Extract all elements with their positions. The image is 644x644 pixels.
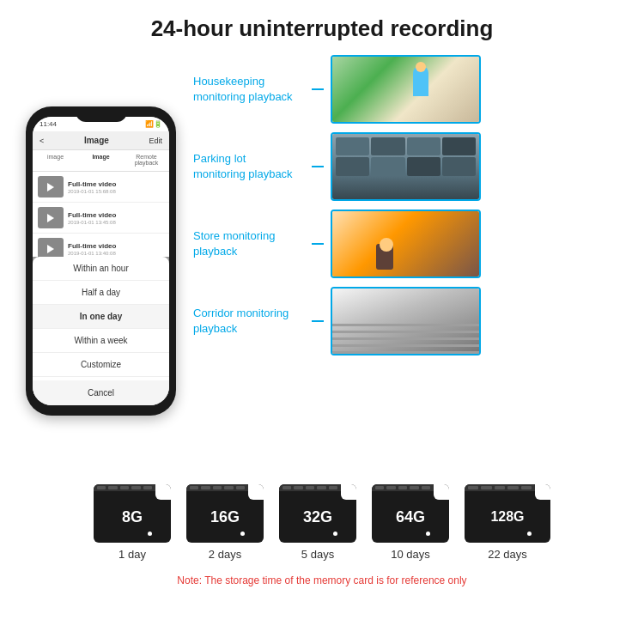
car-4 (442, 137, 476, 155)
sdcard-section: 8G 1 day 16G 2 days (0, 471, 644, 565)
sdcard-label-128g: 128G (490, 509, 524, 525)
monitoring-label-housekeeping: Housekeepingmonitoring playback (193, 74, 305, 105)
sdcard-label-16g: 16G (210, 508, 240, 526)
video-date-3: 2019-01-01 13:40:08 (68, 251, 164, 256)
sdcard-label-32g: 32G (303, 508, 332, 526)
monitoring-item-corridor: Corridor monitoringplayback (193, 287, 627, 355)
car-6 (371, 157, 404, 175)
play-icon-1 (47, 183, 54, 191)
sdcard-dot-8g (148, 532, 152, 536)
sdcard-days-8g: 1 day (118, 548, 146, 561)
tab-remote-playback[interactable]: Remote playback (124, 150, 169, 171)
main-content: 11:44 📶🔋 < Image Edit image Image Remote… (0, 51, 644, 471)
dropdown-item-5[interactable]: Customize (33, 353, 169, 377)
header-section: 24-hour uninterrupted recording (0, 0, 644, 51)
car-5 (336, 157, 369, 175)
sdcard-notch-64g (372, 484, 434, 491)
monitoring-label-store: Store monitoringplayback (193, 228, 305, 259)
dropdown-menu: Within an hour Half a day In one day Wit… (33, 257, 169, 405)
phone-screen: 11:44 📶🔋 < Image Edit image Image Remote… (33, 117, 169, 405)
car-2 (371, 137, 404, 155)
phone-section: 11:44 📶🔋 < Image Edit image Image Remote… (17, 51, 185, 471)
video-title-2: Full-time video (68, 211, 164, 219)
phone-tabs: image Image Remote playback (33, 150, 169, 172)
sdcard-notch-8g (94, 484, 155, 491)
video-item-1: Full-time video 2019-01-01 15:68:08 (33, 172, 169, 203)
dropdown-cancel-button[interactable]: Cancel (33, 380, 169, 405)
monitoring-image-parking (331, 132, 481, 201)
video-title-1: Full-time video (68, 180, 164, 188)
sdcard-item-16g: 16G 2 days (186, 484, 264, 561)
note-section: Note: The storage time of the memory car… (0, 565, 644, 594)
video-item-2: Full-time video 2019-01-01 13:45:08 (33, 203, 169, 234)
phone-notch (76, 106, 127, 122)
store-photo (332, 211, 479, 276)
car-1 (336, 137, 369, 155)
sdcard-label-8g: 8G (122, 508, 143, 526)
phone-status-icons: 📶🔋 (145, 120, 162, 128)
connector-line-3 (312, 243, 324, 245)
monitoring-item-parking: Parking lotmonitoring playback (193, 132, 627, 201)
sdcard-visual-32g: 32G (279, 484, 356, 543)
sdcard-notch-16g (186, 484, 248, 491)
stairs (332, 319, 479, 354)
phone-back-button[interactable]: < (39, 137, 44, 145)
monitoring-image-housekeeping (331, 55, 481, 124)
phone-mockup: 11:44 📶🔋 < Image Edit image Image Remote… (26, 106, 176, 416)
car-8 (442, 157, 476, 175)
page-title: 24-hour uninterrupted recording (17, 15, 627, 42)
housekeeping-photo (332, 57, 479, 122)
phone-nav-bar: < Image Edit (33, 131, 169, 150)
sdcard-visual-64g: 64G (372, 484, 449, 543)
video-thumb-1 (38, 176, 64, 197)
sdcard-visual-16g: 16G (186, 484, 264, 543)
monitoring-section: Housekeepingmonitoring playback Parking … (193, 51, 627, 471)
play-icon-3 (47, 245, 54, 253)
video-info-3: Full-time video 2019-01-01 13:40:08 (68, 242, 164, 256)
parking-photo (332, 134, 479, 199)
monitoring-image-store (331, 210, 481, 278)
sdcard-days-32g: 5 days (301, 548, 334, 561)
sdcard-days-16g: 2 days (209, 548, 241, 561)
car-7 (407, 157, 440, 175)
play-icon-2 (47, 214, 54, 222)
sdcard-label-64g: 64G (396, 508, 425, 526)
sdcard-item-8g: 8G 1 day (94, 484, 171, 561)
monitoring-label-parking: Parking lotmonitoring playback (193, 151, 305, 182)
video-date-2: 2019-01-01 13:45:08 (68, 220, 164, 225)
phone-time: 11:44 (39, 120, 57, 128)
sdcard-dot-128g (527, 532, 532, 536)
sdcard-notch-32g (279, 484, 341, 491)
connector-line-1 (312, 88, 324, 90)
dropdown-item-2[interactable]: Half a day (33, 281, 169, 305)
sdcard-notch-128g (465, 484, 535, 491)
sdcard-row: 8G 1 day 16G 2 days (17, 484, 627, 561)
video-date-1: 2019-01-01 15:68:08 (68, 189, 164, 194)
dropdown-item-4[interactable]: Within a week (33, 329, 169, 353)
sdcard-dot-32g (333, 532, 337, 536)
sdcard-item-128g: 128G 22 days (465, 484, 550, 561)
tab-image-2[interactable]: Image (78, 150, 124, 171)
video-title-3: Full-time video (68, 242, 164, 250)
tab-image-1[interactable]: image (33, 150, 78, 171)
car-3 (407, 137, 440, 155)
note-text: Note: The storage time of the memory car… (177, 574, 466, 586)
video-info-2: Full-time video 2019-01-01 13:45:08 (68, 211, 164, 225)
monitoring-item-store: Store monitoringplayback (193, 210, 627, 278)
sdcard-visual-8g: 8G (94, 484, 171, 543)
phone-nav-title: Image (84, 136, 109, 145)
connector-line-4 (312, 320, 324, 322)
phone-edit-button[interactable]: Edit (149, 137, 162, 145)
sdcard-dot-16g (240, 532, 245, 536)
dropdown-item-1[interactable]: Within an hour (33, 257, 169, 281)
sdcard-item-32g: 32G 5 days (279, 484, 356, 561)
sdcard-item-64g: 64G 10 days (372, 484, 449, 561)
video-thumb-2 (38, 207, 64, 228)
sdcard-visual-128g: 128G (465, 484, 550, 543)
monitoring-label-corridor: Corridor monitoringplayback (193, 306, 305, 337)
video-info-1: Full-time video 2019-01-01 15:68:08 (68, 180, 164, 194)
person-head (380, 238, 393, 252)
sdcard-dot-64g (426, 532, 430, 536)
dropdown-item-3[interactable]: In one day (33, 305, 169, 329)
dropdown-overlay: Within an hour Half a day In one day Wit… (33, 257, 169, 405)
